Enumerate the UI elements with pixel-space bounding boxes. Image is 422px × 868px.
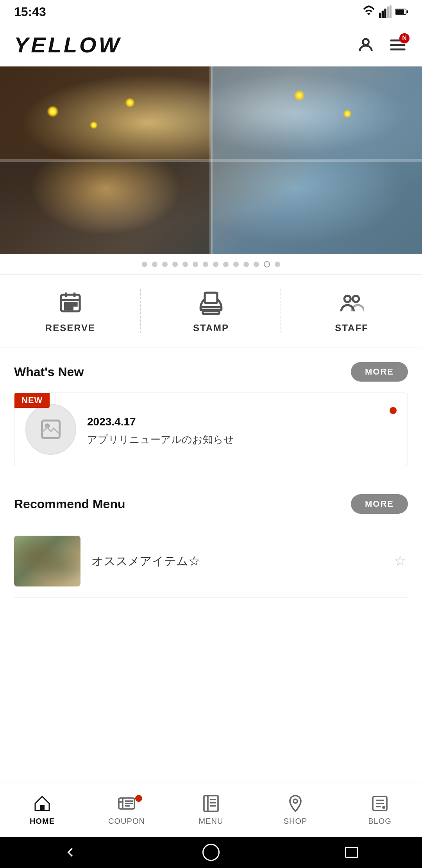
dot-13[interactable] [264, 261, 270, 267]
dot-8[interactable] [213, 262, 218, 267]
dot-14[interactable] [275, 262, 280, 267]
status-icons [363, 5, 408, 18]
nav-shop[interactable]: SHOP [253, 793, 338, 826]
dot-11[interactable] [243, 262, 249, 267]
svg-rect-6 [396, 9, 404, 14]
whats-new-header: What's New MORE [14, 362, 408, 382]
svg-point-40 [293, 799, 297, 803]
nav-home[interactable]: HOME [0, 793, 84, 826]
favorite-icon[interactable]: ☆ [392, 553, 408, 569]
svg-rect-35 [204, 796, 218, 811]
dot-2[interactable] [152, 262, 157, 267]
reserve-label: RESERVE [45, 323, 95, 334]
main-content: What's New MORE NEW 2023.4.17 アプリリニューアルの… [0, 348, 422, 606]
hero-banner [0, 66, 422, 254]
coupon-notification-dot [135, 795, 142, 802]
dot-4[interactable] [172, 262, 178, 267]
nav-blog[interactable]: BLOG [338, 793, 422, 826]
staff-label: STAFF [335, 323, 368, 334]
header-actions: N [356, 35, 408, 55]
svg-point-24 [344, 296, 350, 302]
svg-point-8 [363, 39, 368, 45]
hero-pane-bl [0, 160, 211, 254]
android-recents-button[interactable] [340, 841, 363, 864]
bulb-2 [90, 121, 98, 129]
reserve-button[interactable]: RESERVE [0, 275, 141, 348]
svg-rect-0 [379, 13, 381, 18]
dot-5[interactable] [182, 262, 188, 267]
dot-10[interactable] [233, 262, 239, 267]
nav-shop-label: SHOP [284, 817, 308, 826]
nav-menu[interactable]: MENU [169, 793, 253, 826]
svg-rect-23 [203, 311, 220, 314]
recommend-card-0[interactable]: オススメアイテム☆ ☆ [14, 536, 408, 598]
svg-rect-1 [382, 11, 384, 18]
bottom-nav: HOME COUPON MENU [0, 782, 422, 837]
staff-icon [338, 289, 366, 317]
svg-rect-28 [40, 805, 45, 811]
nav-coupon[interactable]: COUPON [84, 793, 169, 826]
android-nav-bar [0, 837, 422, 868]
blog-icon [370, 793, 390, 814]
android-recents-square [345, 847, 358, 858]
reserve-icon [56, 289, 84, 317]
user-icon [357, 36, 375, 54]
recommend-section: Recommend Menu MORE オススメアイテム☆ ☆ [0, 480, 422, 598]
home-svg-icon [33, 794, 52, 813]
stamp-button[interactable]: STAMP [141, 275, 281, 348]
profile-button[interactable] [356, 35, 376, 55]
dot-7[interactable] [203, 262, 208, 267]
stamp-label: STAMP [193, 323, 229, 334]
shop-icon [285, 793, 306, 814]
header: YELLOW N [0, 23, 422, 66]
bulb-5 [343, 109, 352, 118]
staff-button[interactable]: STAFF [281, 275, 422, 348]
news-article-title: アプリリニューアルのお知らせ [87, 433, 379, 447]
menu-notification-badge: N [399, 33, 409, 43]
calendar-icon [58, 291, 83, 316]
shop-svg-icon [286, 794, 305, 813]
carousel-dots [0, 254, 422, 274]
svg-point-45 [383, 807, 384, 808]
dot-12[interactable] [254, 262, 259, 267]
news-notification-dot [390, 407, 397, 414]
svg-rect-21 [205, 292, 217, 303]
svg-rect-20 [69, 307, 72, 309]
news-badge: NEW [14, 393, 50, 408]
news-card-0[interactable]: NEW 2023.4.17 アプリリニューアルのお知らせ [14, 393, 408, 466]
svg-rect-18 [73, 303, 77, 306]
whats-new-more-button[interactable]: MORE [351, 362, 408, 382]
hero-pane-br [211, 160, 422, 254]
dot-9[interactable] [223, 262, 229, 267]
image-placeholder-icon [39, 418, 63, 441]
svg-rect-2 [384, 9, 386, 18]
home-icon [32, 793, 52, 814]
coupon-icon [116, 793, 137, 814]
svg-rect-19 [65, 307, 68, 309]
android-home-circle [202, 844, 220, 861]
svg-rect-3 [387, 7, 389, 18]
status-time: 15:43 [14, 5, 46, 19]
quick-actions: RESERVE STAMP STAFF [0, 274, 422, 348]
dot-6[interactable] [193, 262, 198, 267]
dot-3[interactable] [162, 262, 168, 267]
news-date: 2023.4.17 [87, 416, 379, 428]
svg-rect-16 [65, 303, 68, 306]
svg-rect-4 [390, 5, 392, 18]
recommend-item-title: オススメアイテム☆ [91, 553, 381, 569]
hero-pane-tr [211, 66, 422, 160]
status-bar: 15:43 [0, 0, 422, 23]
svg-point-25 [353, 296, 359, 302]
bulb-1 [47, 106, 59, 117]
back-chevron-icon [63, 845, 78, 860]
android-home-button[interactable] [199, 841, 223, 864]
dot-1[interactable] [142, 262, 147, 267]
recommend-thumb-inner [14, 536, 80, 586]
bottom-spacer [0, 606, 422, 692]
recommend-more-button[interactable]: MORE [351, 494, 408, 514]
menu-button[interactable]: N [388, 35, 408, 55]
android-back-button[interactable] [59, 841, 82, 864]
nav-coupon-label: COUPON [108, 817, 145, 826]
blog-svg-icon [370, 794, 389, 813]
bulb-3 [125, 98, 135, 108]
